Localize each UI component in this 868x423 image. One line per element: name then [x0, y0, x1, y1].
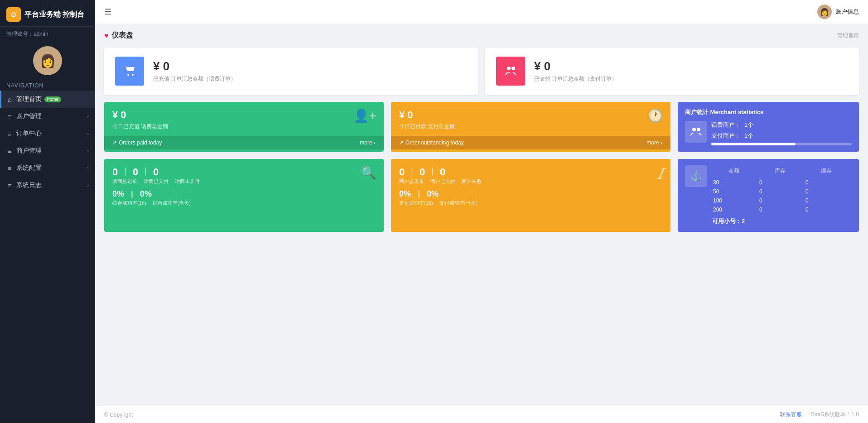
- green-rate: 0% | 0%: [112, 189, 376, 199]
- inventory-available: 可用小号：2: [712, 217, 852, 226]
- green-count-labels: 话商总进单 话商已支付 话商未支付: [112, 178, 376, 185]
- row3-amount: 200: [713, 206, 758, 214]
- anchor-icon: ⚓: [690, 170, 702, 182]
- sidebar-item-syslog[interactable]: ≡ 系统日志 ›: [0, 177, 95, 194]
- huafei-label: 话费商户：: [711, 121, 741, 129]
- yellow-label-2: 商户失败: [462, 178, 482, 185]
- green-label-1: 话商已支付: [144, 178, 169, 185]
- row2-amount: 100: [713, 197, 758, 205]
- sidebar-item-home[interactable]: ⌂ 管理首页 home: [0, 91, 95, 108]
- green-more-link[interactable]: more ›: [360, 139, 376, 146]
- merchant-stats-card: 商户统计 Merchant statistics 话费商户：: [678, 102, 859, 152]
- content-area: ♥ 仪表盘 管理首页 ¥ 0 已充值 订单汇总金额（话费订单）: [95, 24, 868, 406]
- yellow-more-link[interactable]: more ›: [646, 139, 662, 146]
- cart-icon: [122, 64, 137, 78]
- green-count-0: 0: [112, 166, 118, 178]
- sidebar-item-orders[interactable]: ≡ 订单中心 ›: [0, 125, 95, 142]
- page-title: ♥ 仪表盘: [104, 31, 133, 40]
- chevron-right-icon-2: ›: [87, 131, 89, 136]
- table-row: 100 0 0: [713, 197, 851, 205]
- payment-desc: 已支付 订单汇总金额（支付订单）: [534, 75, 617, 83]
- zhifu-value: 1个: [744, 132, 753, 140]
- green-count-nums: 0 | 0 | 0: [112, 166, 376, 178]
- sidebar-item-sysconfig[interactable]: ≡ 系统配置 ›: [0, 159, 95, 177]
- page-header: ♥ 仪表盘 管理首页: [104, 31, 859, 40]
- users-icon: [503, 64, 518, 78]
- table-row: 50 0 0: [713, 187, 851, 196]
- italic-icon: 𝐼: [657, 165, 663, 183]
- summary-row: ¥ 0 已充值 订单汇总金额（话费订单） ¥ 0 已支付 订单汇总: [104, 48, 859, 95]
- footer-right: 联系客服 SaaS系统版本：1.0: [780, 411, 859, 418]
- admin-label: 管理账号：admin: [0, 27, 95, 42]
- sidebar-item-label: 系统日志: [16, 181, 42, 189]
- row0-stock: 0: [759, 178, 805, 187]
- yellow-count-2: 0: [440, 166, 445, 178]
- chevron-right-icon-5: ›: [87, 183, 89, 188]
- inventory-table: 金额 库存 缓存 30 0 0: [712, 165, 852, 215]
- chevron-right-icon-3: ›: [87, 148, 89, 154]
- list-icon-1: ≡: [8, 113, 12, 120]
- sidebar-item-account[interactable]: ≡ 账户管理 ›: [0, 108, 95, 125]
- summary-card-recharge: ¥ 0 已充值 订单汇总金额（话费订单）: [104, 48, 478, 95]
- row1-cache: 0: [805, 187, 851, 196]
- topbar: ☰ 👩 账户信息: [95, 0, 868, 24]
- row3-cache: 0: [805, 206, 851, 214]
- page-title-text: 仪表盘: [111, 31, 133, 40]
- zhifu-label: 支付商户：: [711, 132, 741, 140]
- clock-icon: 🕐: [647, 108, 663, 123]
- sidebar-item-label: 管理首页: [16, 95, 42, 103]
- green-sub: 今日已充值 话费总金额: [112, 123, 376, 130]
- card-yellow-bottom: 0 | 0 | 0 商户总进单 商户已支付 商户失败 𝐼 0% | 0%: [391, 159, 670, 232]
- row2-cache: 0: [805, 197, 851, 205]
- recharge-desc: 已充值 订单汇总金额（话费订单）: [153, 75, 236, 83]
- footer: © Copyright 联系客服 SaaS系统版本：1.0: [95, 406, 868, 423]
- green-amount: ¥ 0: [112, 109, 376, 121]
- recharge-amount: ¥ 0: [153, 59, 236, 73]
- green-label-0: 话商总进单: [112, 178, 137, 185]
- yellow-rate-label-1: 支付成功率(1h): [399, 200, 433, 207]
- svg-point-2: [692, 128, 696, 131]
- yellow-rate-label-2: 支付成功率(当天): [439, 200, 477, 207]
- row1-stock: 0: [759, 187, 805, 196]
- avatar-area: 👩: [0, 42, 95, 78]
- payment-amount: ¥ 0: [534, 59, 617, 73]
- summary-card-payment: ¥ 0 已支付 订单汇总金额（支付订单）: [485, 48, 859, 95]
- bottom-row: 0 | 0 | 0 话商总进单 话商已支付 话商未支付 🔍 0% | 0%: [104, 159, 859, 232]
- yellow-label-1: 商户已支付: [430, 178, 455, 185]
- sidebar: ⚙ 平台业务端 控制台 管理账号：admin 👩 Navigation ⌂ 管理…: [0, 0, 95, 423]
- app-title: 平台业务端 控制台: [24, 10, 84, 19]
- menu-toggle-button[interactable]: ☰: [104, 7, 111, 17]
- nav-label: Navigation: [0, 78, 95, 91]
- card-green-recharge: ¥ 0 今日已充值 话费总金额 👤+ ↗Orders paid today mo…: [104, 102, 384, 152]
- yellow-footer: ↗Order outstanding today more ›: [391, 136, 670, 149]
- table-row: 30 0 0: [713, 178, 851, 187]
- chevron-right-icon-4: ›: [87, 165, 89, 171]
- cart-icon-box: [115, 57, 144, 86]
- svg-point-3: [697, 128, 700, 131]
- green-count-1: 0: [133, 166, 138, 178]
- yellow-count-nums: 0 | 0 | 0: [399, 166, 662, 178]
- yellow-amount: ¥ 0: [399, 109, 662, 121]
- logo-icon: ⚙: [6, 7, 21, 22]
- topbar-account[interactable]: 👩 账户信息: [817, 5, 859, 19]
- green-footer-text: ↗Orders paid today: [112, 139, 162, 146]
- svg-point-1: [511, 67, 515, 70]
- progress-bar-bg: [711, 143, 852, 145]
- list-icon-3: ≡: [8, 147, 12, 155]
- inventory-content: 金额 库存 缓存 30 0 0: [712, 165, 852, 226]
- col-header-cache: 缓存: [805, 166, 851, 178]
- home-badge: home: [44, 96, 61, 102]
- green-rate-labels: 综合成功率(1h) 综合成功率(当天): [112, 200, 376, 207]
- green-label-2: 话商未支付: [175, 178, 200, 185]
- green-rate-label-2: 综合成功率(当天): [153, 200, 191, 207]
- summary-info-payment: ¥ 0 已支付 订单汇总金额（支付订单）: [534, 59, 617, 83]
- progress-bar-fill: [711, 143, 796, 145]
- inventory-card: ⚓ 金额 库存 缓存: [678, 159, 859, 232]
- merchant-stats-title: 商户统计 Merchant statistics: [685, 108, 852, 116]
- breadcrumb: 管理首页: [837, 32, 859, 39]
- sidebar-item-merchant[interactable]: ≡ 商户管理 ›: [0, 142, 95, 159]
- yellow-count-1: 0: [420, 166, 425, 178]
- support-link[interactable]: 联系客服: [780, 411, 802, 418]
- avatar: 👩: [33, 46, 62, 75]
- main-area: ☰ 👩 账户信息 ♥ 仪表盘 管理首页 ¥: [95, 0, 868, 423]
